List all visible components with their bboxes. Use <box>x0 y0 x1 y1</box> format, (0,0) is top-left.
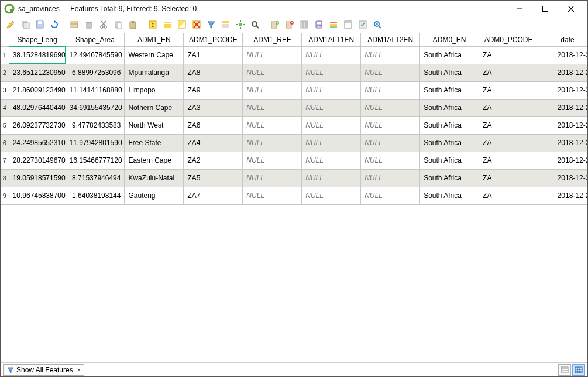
organize-columns-button[interactable] <box>298 18 311 31</box>
cell-adm0_pcode[interactable]: ZA <box>479 116 538 134</box>
col-header-adm1alt2en[interactable]: ADM1ALT2EN <box>361 33 420 46</box>
cell-adm0_en[interactable]: South Africa <box>420 81 479 99</box>
cell-adm1_ref[interactable]: NULL <box>243 152 302 169</box>
deselect-all-button[interactable] <box>190 18 203 31</box>
cell-adm1alt1en[interactable]: NULL <box>302 64 361 81</box>
cell-shape_leng[interactable]: 10.96745838700 <box>9 187 66 204</box>
cell-adm1alt2en[interactable]: NULL <box>361 134 420 152</box>
cell-adm1alt1en[interactable]: NULL <box>302 152 361 169</box>
corner-header[interactable] <box>1 33 9 46</box>
cell-adm1_en[interactable]: KwaZulu-Natal <box>125 169 184 187</box>
cell-adm0_pcode[interactable]: ZA <box>479 187 538 204</box>
col-header-adm0_pcode[interactable]: ADM0_PCODE <box>479 33 538 46</box>
cell-adm1alt1en[interactable]: NULL <box>302 134 361 152</box>
delete-selected-button[interactable] <box>82 18 95 31</box>
table-row[interactable]: 526.092377327309.47782433583North WestZA… <box>1 116 587 134</box>
row-header[interactable]: 4 <box>1 99 9 116</box>
cell-shape_area[interactable]: 9.47782433583 <box>66 116 125 134</box>
cell-shape_area[interactable]: 1.64038198144 <box>66 187 125 204</box>
col-header-adm1alt1en[interactable]: ADM1ALT1EN <box>302 33 361 46</box>
cell-shape_leng[interactable]: 48.02976440440 <box>9 99 66 116</box>
col-header-shape_leng[interactable]: Shape_Leng <box>9 33 66 46</box>
cell-adm1alt2en[interactable]: NULL <box>361 187 420 204</box>
cell-date[interactable]: 2018-12-27 <box>538 169 587 187</box>
save-edits-button[interactable] <box>33 18 46 31</box>
cell-date[interactable]: 2018-12-27 <box>538 134 587 152</box>
cell-adm0_pcode[interactable]: ZA <box>479 152 538 169</box>
cell-adm0_en[interactable]: South Africa <box>420 134 479 152</box>
cell-shape_leng[interactable]: 21.86009123490 <box>9 81 66 99</box>
cell-shape_area[interactable]: 34.69155435720 <box>66 99 125 116</box>
row-header[interactable]: 1 <box>1 46 9 64</box>
cell-adm1_pcode[interactable]: ZA1 <box>184 46 243 64</box>
cell-adm0_pcode[interactable]: ZA <box>479 81 538 99</box>
cell-adm1alt2en[interactable]: NULL <box>361 99 420 116</box>
row-header[interactable]: 6 <box>1 134 9 152</box>
table-view-button[interactable] <box>572 364 585 376</box>
cell-date[interactable]: 2018-12-27 <box>538 64 587 81</box>
cell-adm1alt2en[interactable]: NULL <box>361 64 420 81</box>
pan-to-selected-button[interactable] <box>234 18 247 31</box>
table-row[interactable]: 138.1528481969012.49467845590Western Cap… <box>1 46 587 64</box>
cell-adm1alt2en[interactable]: NULL <box>361 169 420 187</box>
cell-adm0_pcode[interactable]: ZA <box>479 169 538 187</box>
cell-date[interactable]: 2018-12-27 <box>538 81 587 99</box>
cell-adm1_pcode[interactable]: ZA3 <box>184 99 243 116</box>
cell-adm1_pcode[interactable]: ZA5 <box>184 169 243 187</box>
cell-adm0_en[interactable]: South Africa <box>420 152 479 169</box>
row-header[interactable]: 3 <box>1 81 9 99</box>
col-header-adm0_en[interactable]: ADM0_EN <box>420 33 479 46</box>
cell-shape_area[interactable]: 11.97942801590 <box>66 134 125 152</box>
close-button[interactable] <box>558 1 584 17</box>
table-row[interactable]: 728.2273014967016.15466777120Eastern Cap… <box>1 152 587 169</box>
cell-adm1_ref[interactable]: NULL <box>243 134 302 152</box>
zoom-to-selected-button[interactable] <box>249 18 262 31</box>
cell-shape_area[interactable]: 16.15466777120 <box>66 152 125 169</box>
show-features-filter-button[interactable]: Show All Features ▾ <box>3 364 84 376</box>
cell-adm1_ref[interactable]: NULL <box>243 46 302 64</box>
minimize-button[interactable] <box>507 1 532 17</box>
add-feature-button[interactable] <box>68 18 81 31</box>
cut-button[interactable] <box>97 18 110 31</box>
reload-button[interactable] <box>48 18 61 31</box>
cell-adm1alt1en[interactable]: NULL <box>302 46 361 64</box>
cell-adm1_en[interactable]: Limpopo <box>125 81 184 99</box>
cell-adm0_en[interactable]: South Africa <box>420 46 479 64</box>
cell-adm1_ref[interactable]: NULL <box>243 81 302 99</box>
cell-adm1alt1en[interactable]: NULL <box>302 187 361 204</box>
cell-adm1_ref[interactable]: NULL <box>243 99 302 116</box>
cell-adm1_ref[interactable]: NULL <box>243 64 302 81</box>
col-header-adm1_ref[interactable]: ADM1_REF <box>243 33 302 46</box>
col-header-adm1_en[interactable]: ADM1_EN <box>125 33 184 46</box>
conditional-formatting-button[interactable] <box>327 18 340 31</box>
table-row[interactable]: 819.059185715908.71537946494KwaZulu-Nata… <box>1 169 587 187</box>
cell-adm1_en[interactable]: Gauteng <box>125 187 184 204</box>
cell-adm1_pcode[interactable]: ZA9 <box>184 81 243 99</box>
cell-shape_area[interactable]: 12.49467845590 <box>66 46 125 64</box>
cell-adm1alt1en[interactable]: NULL <box>302 169 361 187</box>
table-row[interactable]: 321.8600912349011.14141168880LimpopoZA9N… <box>1 81 587 99</box>
cell-date[interactable]: 2018-12-27 <box>538 46 587 64</box>
move-selection-top-button[interactable] <box>219 18 232 31</box>
row-header[interactable]: 9 <box>1 187 9 204</box>
cell-shape_area[interactable]: 8.71537946494 <box>66 169 125 187</box>
cell-adm1_en[interactable]: North West <box>125 116 184 134</box>
cell-shape_leng[interactable]: 38.15284819690 <box>9 46 66 64</box>
cell-shape_area[interactable]: 11.14141168880 <box>66 81 125 99</box>
col-header-date[interactable]: date <box>538 33 587 46</box>
col-header-adm1_pcode[interactable]: ADM1_PCODE <box>184 33 243 46</box>
cell-adm1alt2en[interactable]: NULL <box>361 46 420 64</box>
cell-adm1_pcode[interactable]: ZA2 <box>184 152 243 169</box>
cell-adm1_pcode[interactable]: ZA7 <box>184 187 243 204</box>
delete-field-button[interactable] <box>283 18 296 31</box>
cell-adm1_en[interactable]: Free State <box>125 134 184 152</box>
cell-adm0_en[interactable]: South Africa <box>420 169 479 187</box>
cell-adm1_pcode[interactable]: ZA6 <box>184 116 243 134</box>
cell-shape_leng[interactable]: 26.09237732730 <box>9 116 66 134</box>
cell-adm0_pcode[interactable]: ZA <box>479 99 538 116</box>
cell-date[interactable]: 2018-12-27 <box>538 152 587 169</box>
table-row[interactable]: 624.2498565231011.97942801590Free StateZ… <box>1 134 587 152</box>
table-row[interactable]: 448.0297644044034.69155435720Nothern Cap… <box>1 99 587 116</box>
select-by-expression-button[interactable]: ε <box>146 18 159 31</box>
cell-adm1_pcode[interactable]: ZA4 <box>184 134 243 152</box>
